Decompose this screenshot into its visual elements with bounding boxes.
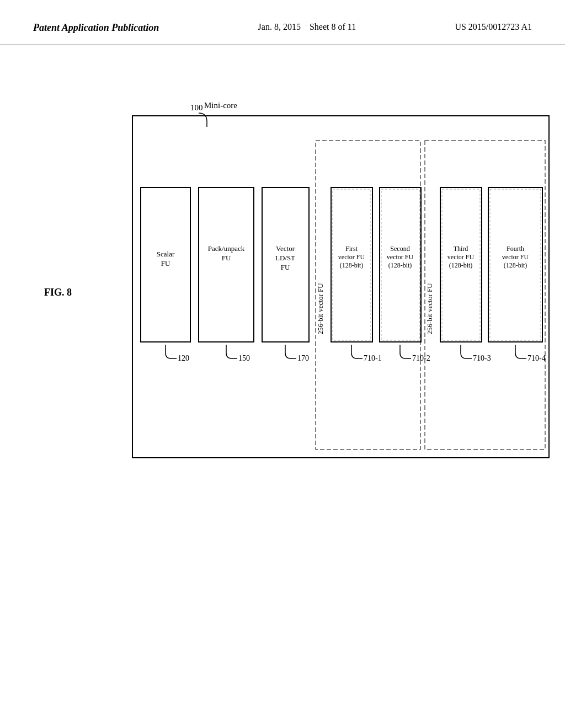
fourth-fu-text1: Fourth	[507, 245, 524, 253]
ref-170-label: 170	[297, 354, 309, 362]
ref-710-2-label: 710-2	[412, 354, 430, 362]
ref-100-label: 100	[190, 103, 203, 112]
256bit-label1: 256-bit vector FU	[316, 283, 324, 335]
publication-title: Patent Application Publication	[33, 22, 159, 34]
sheet-info: Sheet 8 of 11	[310, 22, 356, 31]
second-fu-text2: vector FU	[387, 253, 414, 261]
vector-ldst-text3: FU	[281, 263, 290, 271]
patent-number: US 2015/0012723 A1	[455, 22, 532, 32]
ref-710-1-label: 710-1	[364, 354, 382, 362]
scalar-fu-text1: Scalar	[157, 250, 175, 258]
second-fu-text3: (128-bit)	[388, 261, 412, 269]
mini-core-box	[132, 116, 549, 458]
page-header: Patent Application Publication Jan. 8, 2…	[0, 0, 565, 45]
ref-150-label: 150	[238, 354, 250, 362]
fourth-fu-text3: (128-bit)	[504, 261, 527, 269]
first-fu-text1: First	[345, 245, 358, 253]
vector-ldst-text1: Vector	[276, 244, 295, 253]
third-fu-text3: (128-bit)	[449, 261, 473, 269]
third-fu-text2: vector FU	[447, 253, 475, 261]
publication-date: Jan. 8, 2015	[258, 22, 301, 31]
fourth-fu-text2: vector FU	[502, 253, 529, 261]
figure-label: FIG. 8	[44, 287, 72, 298]
ref-710-4-label: 710-4	[527, 354, 546, 362]
pack-fu-text2: FU	[222, 254, 231, 262]
vector-ldst-text2: LD/ST	[275, 254, 295, 262]
third-fu-text1: Third	[454, 245, 468, 253]
ref-710-3-label: 710-3	[473, 354, 491, 362]
scalar-fu-text2: FU	[161, 259, 170, 267]
diagram: 100 Mini-core Scalar FU 120 Pack/unpack …	[127, 77, 552, 662]
256bit-label2: 256-bit vector FU	[425, 283, 434, 335]
header-center: Jan. 8, 2015 Sheet 8 of 11	[258, 22, 356, 32]
ref-120-label: 120	[178, 354, 189, 362]
pack-unpack-fu-box	[199, 188, 254, 342]
first-fu-text2: vector FU	[338, 253, 365, 261]
mini-core-label: Mini-core	[204, 101, 237, 110]
pack-fu-text1: Pack/unpack	[208, 244, 245, 253]
first-fu-text3: (128-bit)	[340, 261, 364, 269]
second-fu-text1: Second	[390, 245, 409, 253]
